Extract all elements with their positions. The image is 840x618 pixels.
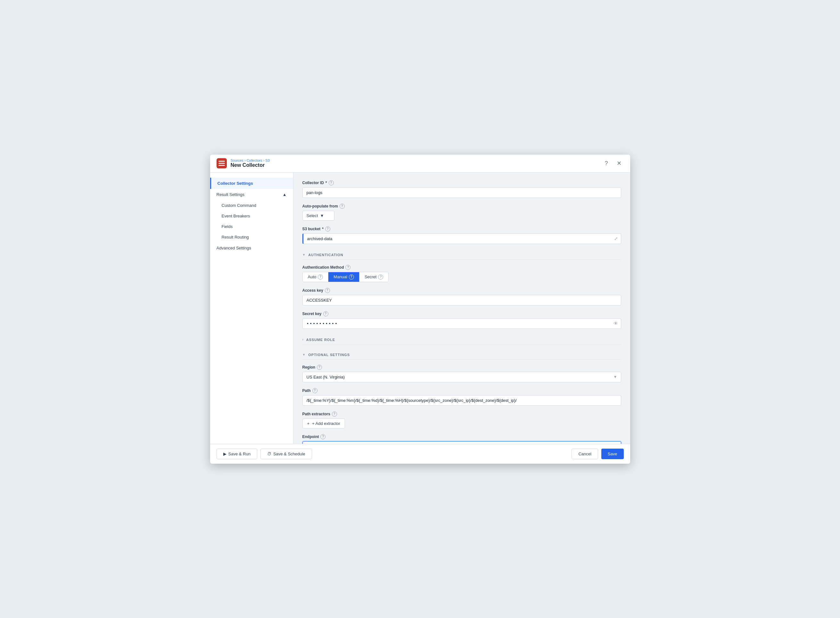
result-settings-chevron: ▲: [282, 192, 287, 197]
collector-id-help-icon: ?: [329, 180, 334, 186]
sidebar-item-collector-settings[interactable]: Collector Settings: [210, 178, 293, 189]
sidebar-item-event-breakers[interactable]: Event Breakers: [210, 211, 293, 221]
app-logo: [217, 158, 227, 168]
sidebar-item-custom-command[interactable]: Custom Command: [210, 200, 293, 211]
s3-bucket-input[interactable]: [302, 233, 621, 244]
footer-left: ▶ Save & Run ⏱ Save & Schedule: [217, 449, 312, 459]
path-extractors-label: Path extractors ?: [302, 412, 621, 417]
path-help-icon: ?: [312, 388, 318, 393]
auth-chevron-icon: ▼: [302, 253, 306, 257]
auth-method-help-icon: ?: [345, 265, 351, 270]
secret-key-input-wrapper: 👁: [302, 318, 621, 329]
auto-populate-group: Auto-populate from ? Select ▼: [302, 204, 621, 221]
access-key-label: Access key ?: [302, 288, 621, 293]
footer-right: Cancel Save: [571, 449, 623, 459]
cancel-button[interactable]: Cancel: [571, 449, 598, 459]
path-label: Path ?: [302, 388, 621, 393]
secret-key-label: Secret key ?: [302, 311, 621, 316]
auth-auto-help-icon: ?: [318, 275, 323, 279]
svg-rect-1: [219, 161, 225, 162]
play-icon: ▶: [223, 452, 226, 456]
endpoint-input[interactable]: [302, 441, 621, 444]
svg-rect-3: [219, 165, 225, 166]
add-extractor-plus-icon: +: [307, 421, 310, 426]
auth-secret-help-icon: ?: [378, 275, 383, 279]
secret-key-help-icon: ?: [323, 311, 329, 316]
assume-role-section-header[interactable]: › ASSUME ROLE: [302, 334, 621, 345]
save-button[interactable]: Save: [601, 449, 624, 459]
auth-manual-button[interactable]: Manual ?: [328, 272, 359, 282]
auth-method-label: Authentication Method ?: [302, 265, 621, 270]
authentication-section-header[interactable]: ▼ AUTHENTICATION: [302, 250, 621, 260]
schedule-icon: ⏱: [267, 452, 271, 456]
sidebar-item-fields[interactable]: Fields: [210, 221, 293, 232]
save-schedule-button[interactable]: ⏱ Save & Schedule: [260, 449, 312, 459]
save-run-button[interactable]: ▶ Save & Run: [217, 449, 257, 459]
collector-id-input[interactable]: [302, 187, 621, 198]
expand-icon[interactable]: ⤢: [614, 236, 618, 241]
endpoint-help-icon: ?: [320, 434, 326, 439]
region-select-wrapper: US East (N. Virginia) US West (Oregon) E…: [302, 372, 621, 382]
sidebar: Collector Settings Result Settings ▲ Cus…: [210, 172, 293, 444]
optional-settings-section-header[interactable]: ▼ OPTIONAL SETTINGS: [302, 350, 621, 360]
auto-populate-help-icon: ?: [340, 204, 345, 209]
sidebar-item-advanced-settings[interactable]: Advanced Settings: [210, 242, 293, 254]
modal-footer: ▶ Save & Run ⏱ Save & Schedule Cancel Sa…: [210, 444, 630, 464]
header-right: ? ✕: [602, 159, 624, 168]
collector-id-label: Collector ID* ?: [302, 180, 621, 186]
s3-bucket-help-icon: ?: [325, 226, 330, 232]
access-key-help-icon: ?: [325, 288, 330, 293]
main-content: Collector ID* ? Auto-populate from ? Sel…: [293, 172, 630, 444]
collector-id-group: Collector ID* ?: [302, 180, 621, 198]
region-label: Region ?: [302, 365, 621, 370]
assume-role-chevron-icon: ›: [302, 338, 304, 341]
show-password-icon[interactable]: 👁: [614, 321, 618, 326]
sidebar-item-result-settings[interactable]: Result Settings ▲: [210, 189, 293, 200]
path-extractors-help-icon: ?: [332, 412, 337, 417]
sources-link[interactable]: Sources: [230, 159, 244, 162]
modal-header: Sources › Collectors › S3 New Collector …: [210, 154, 630, 172]
select-chevron-icon: ▼: [320, 213, 324, 218]
s3-bucket-group: S3 bucket* ? ⤢: [302, 226, 621, 244]
breadcrumb: Sources › Collectors › S3: [230, 159, 270, 162]
collectors-link[interactable]: Collectors: [247, 159, 262, 162]
auth-method-toggle: Auto ? Manual ? Secret ?: [302, 272, 389, 282]
breadcrumb-title: Sources › Collectors › S3 New Collector: [230, 159, 270, 168]
access-key-input[interactable]: [302, 295, 621, 306]
close-button[interactable]: ✕: [615, 159, 624, 168]
path-extractors-group: Path extractors ? + + Add extractor: [302, 412, 621, 428]
s3-bucket-input-wrapper: ⤢: [302, 233, 621, 244]
sidebar-item-result-routing[interactable]: Result Routing: [210, 232, 293, 242]
breadcrumb-sep1: ›: [244, 159, 247, 162]
region-select[interactable]: US East (N. Virginia) US West (Oregon) E…: [302, 372, 621, 382]
auto-populate-label: Auto-populate from ?: [302, 204, 621, 209]
region-help-icon: ?: [317, 365, 322, 370]
svg-rect-2: [219, 163, 225, 164]
endpoint-group: Endpoint ?: [302, 434, 621, 444]
secret-key-input[interactable]: [302, 318, 621, 329]
s3-link[interactable]: S3: [265, 159, 269, 162]
endpoint-label: Endpoint ?: [302, 434, 621, 439]
auto-populate-select[interactable]: Select ▼: [302, 211, 335, 221]
auth-auto-button[interactable]: Auto ?: [303, 272, 329, 282]
auth-secret-button[interactable]: Secret ?: [359, 272, 389, 282]
path-input[interactable]: [302, 395, 621, 406]
add-extractor-button[interactable]: + + Add extractor: [302, 419, 345, 428]
secret-key-group: Secret key ? 👁: [302, 311, 621, 329]
path-group: Path ?: [302, 388, 621, 406]
modal-body: Collector Settings Result Settings ▲ Cus…: [210, 172, 630, 444]
header-left: Sources › Collectors › S3 New Collector: [217, 158, 270, 168]
s3-bucket-label: S3 bucket* ?: [302, 226, 621, 232]
auth-method-group: Authentication Method ? Auto ? Manual ? …: [302, 265, 621, 282]
access-key-group: Access key ?: [302, 288, 621, 306]
page-title: New Collector: [230, 162, 270, 168]
auth-manual-help-icon: ?: [349, 275, 354, 279]
region-group: Region ? US East (N. Virginia) US West (…: [302, 365, 621, 382]
optional-chevron-icon: ▼: [302, 353, 306, 357]
help-button[interactable]: ?: [602, 159, 611, 168]
